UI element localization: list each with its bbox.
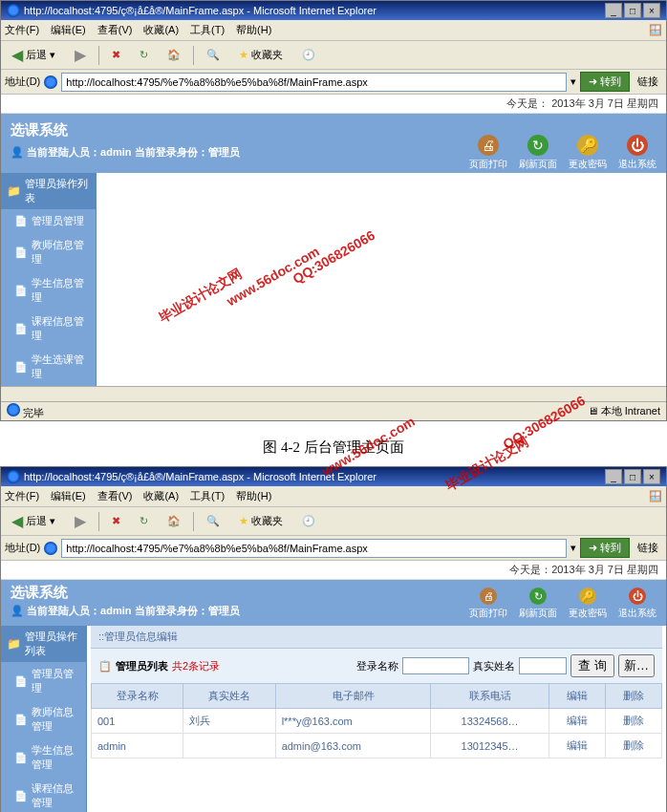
delete-link[interactable]: 删除 (623, 715, 644, 726)
address-input[interactable] (61, 73, 567, 92)
menu-view[interactable]: 查看(V) (97, 23, 133, 37)
sidebar-item-teacher[interactable]: 📄教师信息管理 (1, 233, 96, 271)
favorites-button[interactable]: ★ 收藏夹 (232, 45, 290, 65)
watermark: QQ:306826066 (290, 227, 377, 287)
history-button[interactable]: 🕘 (295, 512, 322, 530)
cell-email[interactable]: admin@163.com (282, 740, 361, 752)
links-button[interactable]: 链接 (634, 73, 662, 91)
menu-help[interactable]: 帮助(H) (236, 23, 271, 37)
search-login-input[interactable] (402, 657, 469, 674)
menu-tools[interactable]: 工具(T) (190, 23, 225, 37)
menu-favorites[interactable]: 收藏(A) (143, 489, 179, 503)
system-title: 选课系统 (11, 121, 240, 139)
watermark: www.56doc.com (224, 244, 322, 309)
print-button[interactable]: 🖨页面打印 (469, 135, 507, 171)
forward-button[interactable]: ▶ (68, 43, 93, 67)
menu-file[interactable]: 文件(F) (5, 23, 39, 37)
login-info: 👤 当前登陆人员：admin 当前登录身份：管理员 (11, 604, 240, 618)
separator (98, 46, 99, 65)
search-name-input[interactable] (519, 657, 567, 674)
menu-tools[interactable]: 工具(T) (190, 489, 225, 503)
menu-edit[interactable]: 编辑(E) (51, 489, 86, 503)
cell-name[interactable]: 刘兵 (189, 715, 210, 726)
status-text: 完毕 (23, 407, 44, 418)
search-button[interactable]: 🔍 (200, 46, 226, 64)
sidebar-item-student[interactable]: 📄学生信息管理 (1, 738, 86, 777)
close-button[interactable]: × (643, 469, 660, 484)
minimize-button[interactable]: _ (605, 3, 622, 18)
menu-help[interactable]: 帮助(H) (236, 489, 271, 503)
date-bar: 今天是：2013年 3月 7日 星期四 (1, 561, 666, 580)
print-button[interactable]: 🖨页面打印 (469, 588, 507, 620)
ie-icon (7, 470, 20, 483)
home-button[interactable]: 🏠 (161, 512, 187, 530)
links-button[interactable]: 链接 (634, 539, 662, 557)
cell-phone[interactable]: 13324568… (462, 716, 519, 727)
refresh-button[interactable]: ↻ (133, 512, 155, 530)
menu-file[interactable]: 文件(F) (5, 489, 39, 503)
window-title: http://localhost:4795/ç®¡å£å®/MainFrame.… (24, 471, 377, 482)
edit-link[interactable]: 编辑 (567, 715, 588, 726)
new-button[interactable]: 新… (618, 654, 655, 677)
horizontal-scrollbar[interactable] (1, 386, 666, 401)
edit-link[interactable]: 编辑 (567, 739, 588, 751)
cell-login[interactable]: 001 (97, 716, 115, 727)
back-button[interactable]: ◀后退▾ (5, 509, 62, 533)
forward-button[interactable]: ▶ (68, 509, 93, 533)
sidebar-item-student[interactable]: 📄学生信息管理 (1, 271, 96, 310)
chevron-down-icon: ▾ (50, 49, 55, 61)
menu-favorites[interactable]: 收藏(A) (143, 23, 179, 37)
address-input[interactable] (61, 539, 567, 558)
go-button[interactable]: ➜ 转到 (580, 538, 630, 558)
sidebar-item-admin[interactable]: 📄管理员管理 (1, 662, 86, 700)
refresh-button[interactable]: ↻ (133, 46, 155, 64)
favorites-label: 收藏夹 (251, 48, 283, 62)
sidebar-item-admin[interactable]: 📄管理员管理 (1, 209, 96, 233)
sidebar-item-course[interactable]: 📄课程信息管理 (1, 310, 96, 348)
refresh-page-button[interactable]: ↻刷新页面 (519, 588, 557, 620)
page-icon: 📄 (14, 714, 28, 726)
home-icon: 🏠 (167, 515, 181, 527)
sidebar-item-teacher[interactable]: 📄教师信息管理 (1, 700, 86, 738)
cell-login[interactable]: admin (97, 740, 126, 752)
go-button[interactable]: ➜ 转到 (580, 72, 630, 92)
page-icon: 📄 (14, 285, 28, 297)
change-password-button[interactable]: 🔑更改密码 (569, 135, 607, 171)
logout-button[interactable]: ⏻退出系统 (618, 588, 656, 620)
address-dropdown-icon[interactable]: ▾ (570, 542, 576, 554)
change-password-button[interactable]: 🔑更改密码 (569, 588, 607, 620)
stop-button[interactable]: ✖ (105, 46, 127, 64)
back-button[interactable]: ◀ 后退 ▾ (5, 43, 62, 67)
col-delete: 删除 (605, 684, 661, 709)
sidebar-item-selection[interactable]: 📄学生选课管理 (1, 348, 96, 386)
menu-edit[interactable]: 编辑(E) (51, 23, 86, 37)
close-button[interactable]: × (643, 3, 660, 18)
stop-button[interactable]: ✖ (105, 512, 127, 530)
query-button[interactable]: 查 询 (570, 654, 614, 677)
admin-table: 登录名称 真实姓名 电子邮件 联系电话 编辑 删除 001 刘兵 l***y@1… (91, 683, 662, 759)
folder-icon: 📁 (7, 184, 21, 198)
key-icon: 🔑 (577, 135, 598, 156)
logout-button[interactable]: ⏻退出系统 (618, 135, 656, 171)
main-area: 📁管理员操作列表 📄管理员管理 📄教师信息管理 📄学生信息管理 📄课程信息管理 … (1, 626, 666, 812)
sidebar-item-course[interactable]: 📄课程信息管理 (1, 777, 86, 812)
home-button[interactable]: 🏠 (161, 46, 187, 64)
refresh-page-button[interactable]: ↻刷新页面 (519, 135, 557, 171)
favorites-button[interactable]: ★收藏夹 (232, 511, 290, 531)
print-icon: 🖨 (478, 135, 499, 156)
delete-link[interactable]: 删除 (623, 739, 644, 751)
page-content: 今天是：2013年 3月 7日 星期四 选课系统 👤 当前登陆人员：admin … (1, 561, 666, 812)
cell-email[interactable]: l***y@163.com (282, 716, 353, 727)
cell-phone[interactable]: 13012345… (462, 740, 519, 752)
maximize-button[interactable]: □ (624, 3, 641, 18)
menu-view[interactable]: 查看(V) (97, 489, 133, 503)
maximize-button[interactable]: □ (624, 469, 641, 484)
refresh-icon: ↻ (140, 49, 148, 61)
address-dropdown-icon[interactable]: ▾ (570, 75, 576, 88)
minimize-button[interactable]: _ (605, 469, 622, 484)
list-icon: 📋 (98, 660, 112, 673)
history-button[interactable]: 🕘 (295, 46, 322, 64)
go-label: 转到 (600, 75, 621, 87)
search-button[interactable]: 🔍 (200, 512, 226, 530)
zone-text: 本地 Intranet (601, 405, 660, 417)
